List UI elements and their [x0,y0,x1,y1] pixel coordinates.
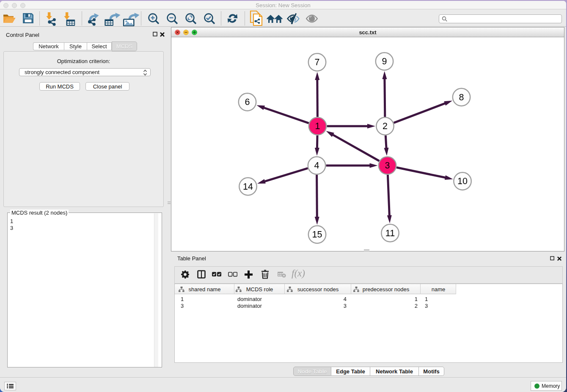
svg-text:14: 14 [243,181,253,191]
svg-text:1: 1 [315,121,320,131]
svg-text:3: 3 [385,160,390,171]
svg-text:9: 9 [382,56,387,66]
svg-text:10: 10 [457,176,468,186]
svg-text:15: 15 [312,229,322,240]
svg-text:8: 8 [459,92,464,102]
svg-text:11: 11 [385,228,395,238]
svg-text:4: 4 [314,160,319,171]
svg-text:2: 2 [383,121,388,131]
svg-text:7: 7 [315,57,320,67]
svg-text:6: 6 [245,97,250,107]
